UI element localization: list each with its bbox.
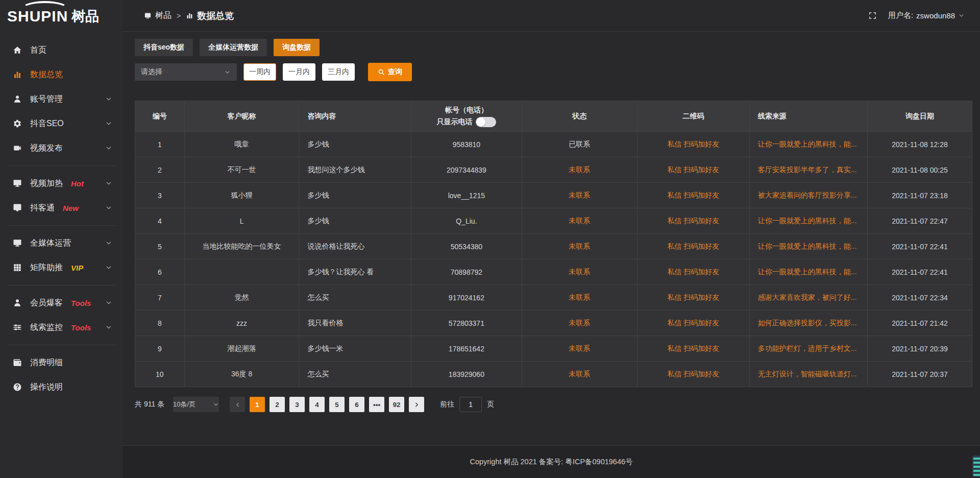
cell-status: 未联系 <box>522 234 637 259</box>
qrcode-links[interactable]: 私信 扫码加好友 <box>667 217 719 225</box>
customer-service-widget[interactable] <box>972 456 980 477</box>
filter-select[interactable]: 请选择 <box>135 63 237 81</box>
chevron-down-icon <box>105 180 112 187</box>
cell-id: 5 <box>135 234 185 259</box>
page-button-5[interactable]: 5 <box>329 397 345 412</box>
cell-status: 未联系 <box>522 183 637 208</box>
column-header-account: 帐号（电话） 只显示电话 <box>411 101 522 132</box>
breadcrumb-root[interactable]: 树品 <box>155 10 172 21</box>
brand-logo[interactable]: SHUPIN 树品 <box>0 0 122 33</box>
grid-icon <box>12 262 22 273</box>
cell-content: 多少钱 <box>299 183 411 208</box>
phone-only-toggle[interactable] <box>476 117 496 127</box>
search-icon <box>378 68 385 76</box>
cell-account: 2097344839 <box>411 157 522 183</box>
range-button-2[interactable]: 三月内 <box>322 63 355 81</box>
cell-nickname: zzz <box>184 310 299 336</box>
page-button-4[interactable]: 4 <box>309 397 325 412</box>
cell-account: 183929060 <box>411 362 522 387</box>
goto-page: 前往 页 <box>440 397 494 412</box>
sidebar-item-member-burst[interactable]: 会员爆客Tools <box>0 291 122 315</box>
goto-page-input[interactable] <box>459 397 482 412</box>
range-button-0[interactable]: 一周内 <box>243 63 276 81</box>
chevron-down-icon <box>958 12 965 19</box>
cell-date: 2021-11-08 12:28 <box>867 132 972 157</box>
more-pages-button[interactable]: ••• <box>369 397 384 412</box>
page-button-92[interactable]: 92 <box>389 397 404 412</box>
page-size-value: 10条/页 <box>173 400 195 409</box>
sidebar-item-video-publish[interactable]: 视频发布 <box>0 136 122 160</box>
tab-douyin-seo-data[interactable]: 抖音seo数据 <box>135 39 193 56</box>
prev-page-button[interactable] <box>230 397 245 412</box>
table-row: 6多少钱？让我死心 看70898792未联系私信 扫码加好友让你一眼就爱上的黑科… <box>135 259 972 285</box>
source-link[interactable]: 让你一眼就爱上的黑科技，能... <box>758 217 857 225</box>
source-link[interactable]: 感谢大家喜欢我家，被问了好... <box>758 293 857 301</box>
page-size-select[interactable]: 10条/页 <box>173 397 219 412</box>
page-button-6[interactable]: 6 <box>349 397 364 412</box>
sidebar-item-doukertong[interactable]: 抖客通New <box>0 196 122 220</box>
qrcode-links[interactable]: 私信 扫码加好友 <box>667 165 719 174</box>
sidebar-item-label: 抖音SEO <box>30 118 64 129</box>
sidebar-item-label: 视频发布 <box>30 143 63 154</box>
sidebar-item-omni-media[interactable]: 全媒体运营 <box>0 231 122 255</box>
cell-qrcode: 私信 扫码加好友 <box>637 310 749 336</box>
cell-qrcode: 私信 扫码加好友 <box>637 336 749 362</box>
chevron-down-icon <box>105 324 112 331</box>
page-button-1[interactable]: 1 <box>250 397 265 412</box>
tab-omni-media-data[interactable]: 全媒体运营数据 <box>200 39 267 56</box>
query-button[interactable]: 查询 <box>368 63 412 81</box>
sidebar-item-label: 矩阵助推 <box>30 262 63 273</box>
qrcode-links[interactable]: 私信 扫码加好友 <box>667 268 719 276</box>
qrcode-links[interactable]: 私信 扫码加好友 <box>667 140 719 148</box>
qrcode-links[interactable]: 私信 扫码加好友 <box>667 344 719 352</box>
column-header-date: 询盘日期 <box>867 101 972 132</box>
cell-source: 让你一眼就爱上的黑科技，能... <box>749 259 867 285</box>
fullscreen-icon[interactable] <box>868 11 877 20</box>
source-link[interactable]: 让你一眼就爱上的黑科技，能... <box>758 140 857 148</box>
sidebar-item-account-management[interactable]: 账号管理 <box>0 87 122 111</box>
source-link[interactable]: 客厅安装投影半年多了，真实... <box>758 165 857 174</box>
next-page-button[interactable] <box>409 397 424 412</box>
sidebar-divider <box>7 345 115 345</box>
range-button-1[interactable]: 一月内 <box>283 63 315 81</box>
sidebar-item-help[interactable]: 操作说明 <box>0 375 122 399</box>
column-header-nickname: 客户昵称 <box>184 101 299 132</box>
cell-nickname: L <box>184 208 299 234</box>
qrcode-links[interactable]: 私信 扫码加好友 <box>667 242 719 250</box>
home-icon <box>12 45 22 55</box>
sidebar-item-video-heat[interactable]: 视频加热Hot <box>0 171 122 196</box>
source-link[interactable]: 无主灯设计，智能磁吸轨道灯... <box>758 370 857 378</box>
cell-source: 如何正确选择投影仪，买投影... <box>749 310 867 336</box>
monitor-icon <box>12 238 22 248</box>
source-link[interactable]: 让你一眼就爱上的黑科技，能... <box>758 268 857 276</box>
source-link[interactable]: 多功能护栏灯，适用于乡村文... <box>758 344 857 352</box>
sidebar-item-data-overview[interactable]: 数据总览 <box>0 62 122 87</box>
sidebar-badge: New <box>63 204 79 212</box>
qrcode-links[interactable]: 私信 扫码加好友 <box>667 319 719 327</box>
cell-date: 2021-11-07 20:37 <box>867 362 972 387</box>
page-button-3[interactable]: 3 <box>289 397 305 412</box>
qrcode-links[interactable]: 私信 扫码加好友 <box>667 293 719 301</box>
user-menu[interactable]: 用户名: zswodun88 <box>888 11 965 20</box>
tab-inquiry-data[interactable]: 询盘数据 <box>274 39 320 56</box>
cell-status: 未联系 <box>522 259 637 285</box>
source-link[interactable]: 被大家追着问的客厅投影分享... <box>758 191 857 199</box>
sidebar-item-douyin-seo[interactable]: 抖音SEO <box>0 111 122 136</box>
page-button-2[interactable]: 2 <box>270 397 285 412</box>
sidebar-divider <box>7 285 115 285</box>
sidebar-divider <box>7 225 115 226</box>
main-content: 抖音seo数据全媒体运营数据询盘数据 请选择 一周内一月内三月内 查询 编号 客… <box>122 32 980 412</box>
cell-content: 我只看价格 <box>299 310 411 336</box>
cell-qrcode: 私信 扫码加好友 <box>637 362 749 387</box>
sidebar-item-expense-detail[interactable]: 消费明细 <box>0 350 122 375</box>
qrcode-links[interactable]: 私信 扫码加好友 <box>667 191 719 199</box>
qrcode-links[interactable]: 私信 扫码加好友 <box>667 370 719 378</box>
chevron-down-icon <box>105 204 112 211</box>
source-link[interactable]: 让你一眼就爱上的黑科技，能... <box>758 242 857 250</box>
source-link[interactable]: 如何正确选择投影仪，买投影... <box>758 319 857 327</box>
sidebar-item-clue-monitor[interactable]: 线索监控Tools <box>0 315 122 340</box>
sidebar-item-matrix-boost[interactable]: 矩阵助推VIP <box>0 255 122 280</box>
data-tabs: 抖音seo数据全媒体运营数据询盘数据 <box>135 39 972 56</box>
sidebar-item-label: 首页 <box>30 45 46 56</box>
sidebar-item-home[interactable]: 首页 <box>0 38 122 62</box>
